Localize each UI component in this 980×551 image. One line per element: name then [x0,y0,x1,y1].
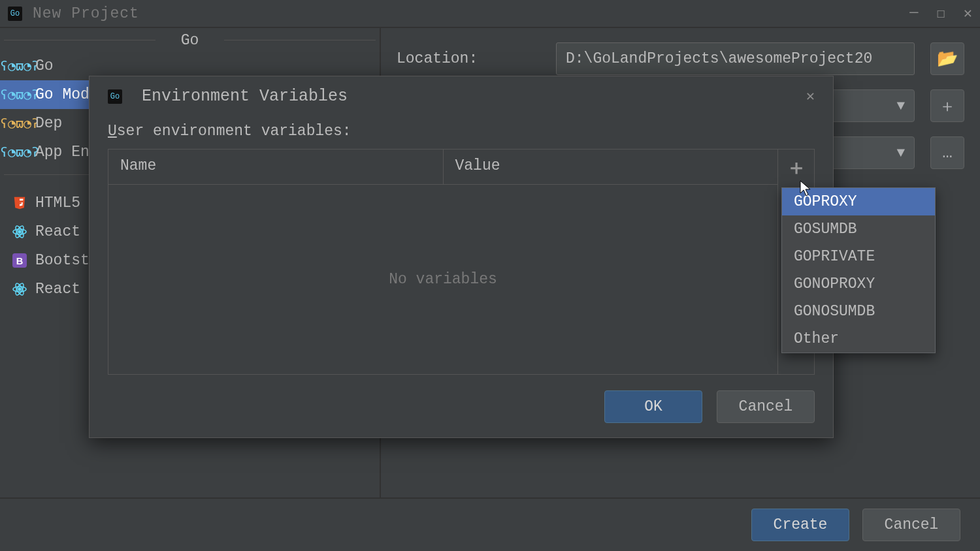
dropdown-item-gonoproxy[interactable]: GONOPROXY [782,270,935,298]
env-table-cols: Name Value No variables [108,150,777,374]
dialog-subtitle: User environment variables: [108,123,815,140]
dep-icon: ʕ◔ϖ◔ʔ [12,116,27,131]
env-empty-text: No variables [108,185,777,374]
go-gopher-icon: ʕ◔ϖ◔ʔ [12,144,27,160]
react-icon [12,224,27,240]
title-bar: Go New Project — ☐ ✕ [0,0,980,28]
go-gopher-icon: ʕ◔ϖ◔ʔ [12,87,27,102]
dialog-title: Environment Variables [142,87,348,106]
app-icon: Go [108,89,122,104]
dialog-header: Go Environment Variables ✕ [108,87,815,106]
location-input[interactable] [556,42,915,75]
location-row: Location: 📂 [397,42,964,75]
react-icon [12,281,27,297]
env-table: Name Value No variables ＋ [108,149,815,375]
dropdown-item-goprivate[interactable]: GOPRIVATE [782,243,935,270]
minimize-icon[interactable]: — [909,5,918,22]
env-add-button[interactable]: ＋ [785,156,808,180]
create-button[interactable]: Create [751,509,849,541]
svg-point-0 [18,230,21,233]
plus-icon: ＋ [939,95,956,118]
bottom-bar: Create Cancel [0,497,980,551]
browse-button[interactable]: 📂 [930,42,964,75]
ellipsis-icon: … [942,143,953,163]
sidebar-item-label: HTML5 [35,195,80,212]
chevron-down-icon: ▼ [896,99,905,114]
sidebar-item-label: Go [35,57,54,74]
window-controls: — ☐ ✕ [909,5,972,22]
plus-icon: ＋ [786,153,807,182]
more-button[interactable]: … [930,136,964,169]
app-icon: Go [8,7,22,21]
env-col-name: Name [108,150,444,184]
sdk-add-button[interactable]: ＋ [930,89,964,122]
dropdown-item-goproxy[interactable]: GOPROXY [782,188,935,215]
svg-text:B: B [16,256,24,266]
cancel-button[interactable]: Cancel [862,509,960,541]
sidebar-section-go: Go [0,28,380,52]
location-label: Location: [397,50,540,67]
button-label: OK [644,398,662,415]
html5-icon [12,195,27,211]
dialog-buttons: OK Cancel [108,390,815,423]
dropdown-item-gonosumdb[interactable]: GONOSUMDB [782,298,935,325]
env-var-dropdown: GOPROXY GOSUMDB GOPRIVATE GONOPROXY GONO… [781,187,936,353]
folder-icon: 📂 [937,48,958,69]
dropdown-item-other[interactable]: Other [782,325,935,353]
env-table-header: Name Value [108,150,777,185]
env-col-value: Value [444,150,778,184]
dialog-ok-button[interactable]: OK [604,390,702,423]
dialog-close-button[interactable]: ✕ [806,87,815,105]
close-icon[interactable]: ✕ [964,5,972,22]
chevron-down-icon: ▼ [896,146,905,161]
go-gopher-icon: ʕ◔ϖ◔ʔ [12,58,27,74]
subtitle-underline: U [108,123,117,140]
button-label: Cancel [739,398,793,415]
dialog-cancel-button[interactable]: Cancel [717,390,815,423]
close-icon: ✕ [806,89,815,105]
window-title: New Project [33,5,139,22]
button-label: Create [774,516,828,533]
sidebar-item-label: Dep [35,115,62,132]
bootstrap-icon: B [12,253,27,268]
maximize-icon[interactable]: ☐ [937,5,945,22]
dropdown-item-gosumdb[interactable]: GOSUMDB [782,215,935,243]
svg-point-6 [18,288,21,291]
subtitle-rest: ser environment variables: [117,123,351,140]
button-label: Cancel [885,516,939,533]
env-vars-dialog: Go Environment Variables ✕ User environm… [89,76,834,438]
